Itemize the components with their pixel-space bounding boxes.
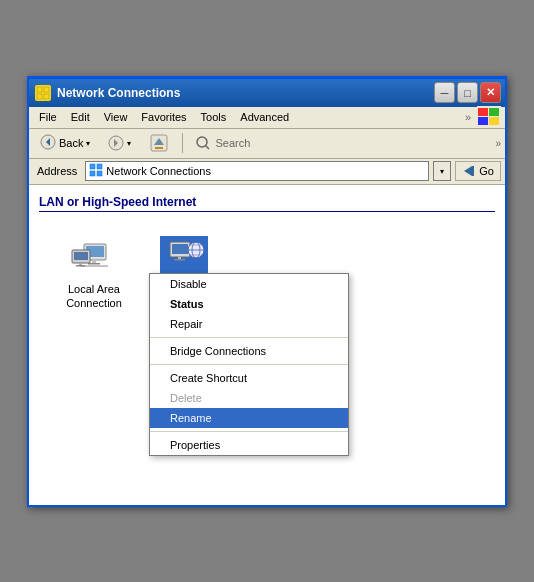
local-area-connection-img [70, 236, 118, 278]
menu-favorites[interactable]: Favorites [135, 109, 192, 125]
toolbar: Back ▾ ▾ Search » [29, 129, 505, 159]
back-label: Back [59, 137, 83, 149]
svg-rect-22 [472, 166, 474, 176]
svg-rect-17 [90, 164, 95, 169]
menu-view[interactable]: View [98, 109, 134, 125]
ctx-status[interactable]: Status [150, 294, 348, 314]
svg-rect-35 [174, 259, 185, 261]
menu-file[interactable]: File [33, 109, 63, 125]
window-title: Network Connections [57, 86, 180, 100]
svg-rect-1 [44, 87, 49, 92]
svg-rect-19 [90, 171, 95, 176]
toolbar-overflow[interactable]: » [495, 138, 501, 149]
go-button[interactable]: Go [455, 161, 501, 181]
title-bar-left: Network Connections [35, 85, 180, 101]
menu-bar: File Edit View Favorites Tools Advanced … [29, 107, 505, 129]
up-button[interactable] [142, 131, 176, 155]
svg-rect-4 [478, 108, 488, 116]
window-icon [35, 85, 51, 101]
title-buttons: ─ □ ✕ [434, 82, 501, 103]
ctx-bridge[interactable]: Bridge Connections [150, 341, 348, 361]
svg-line-16 [206, 146, 209, 149]
forward-button[interactable]: ▾ [101, 131, 138, 155]
ctx-shortcut[interactable]: Create Shortcut [150, 368, 348, 388]
address-bar: Address Network Connections ▾ Go [29, 159, 505, 185]
ctx-sep-3 [150, 431, 348, 432]
menu-tools[interactable]: Tools [195, 109, 233, 125]
local-area-connection-label: Local AreaConnection [66, 282, 122, 311]
section-header: LAN or High-Speed Internet [39, 195, 495, 212]
svg-rect-5 [489, 108, 499, 116]
back-dropdown-icon: ▾ [86, 139, 90, 148]
svg-rect-6 [478, 117, 488, 125]
svg-rect-31 [76, 265, 85, 267]
back-arrow-icon [40, 134, 56, 152]
minimize-button[interactable]: ─ [434, 82, 455, 103]
ctx-sep-1 [150, 337, 348, 338]
svg-rect-33 [172, 244, 188, 254]
ctx-disable[interactable]: Disable [150, 274, 348, 294]
address-dropdown[interactable]: ▾ [433, 161, 451, 181]
title-bar: Network Connections ─ □ ✕ [29, 79, 505, 107]
windows-logo [477, 106, 501, 128]
svg-point-15 [197, 137, 207, 147]
back-button[interactable]: Back ▾ [33, 131, 97, 155]
ctx-delete: Delete [150, 388, 348, 408]
svg-rect-29 [74, 252, 88, 260]
svg-rect-30 [79, 263, 82, 265]
svg-rect-3 [44, 94, 49, 99]
toolbar-divider [182, 133, 183, 153]
svg-rect-25 [92, 260, 96, 263]
ctx-sep-2 [150, 364, 348, 365]
search-button[interactable]: Search [189, 133, 256, 153]
svg-rect-2 [37, 94, 42, 99]
address-icon [86, 163, 106, 179]
context-menu: Disable Status Repair Bridge Connections… [149, 273, 349, 456]
svg-marker-21 [464, 166, 472, 176]
ctx-repair[interactable]: Repair [150, 314, 348, 334]
address-value[interactable]: Network Connections [106, 165, 428, 177]
svg-rect-34 [178, 257, 181, 259]
svg-rect-7 [489, 117, 499, 125]
go-label: Go [479, 165, 494, 177]
local-area-connection-icon[interactable]: Local AreaConnection [59, 236, 129, 313]
internet-connection-img [160, 236, 208, 278]
main-window: Network Connections ─ □ ✕ File Edit View… [27, 76, 507, 507]
address-label: Address [33, 165, 81, 177]
forward-dropdown-icon: ▾ [127, 139, 131, 148]
svg-rect-20 [97, 171, 102, 176]
content-area: LAN or High-Speed Internet [29, 185, 505, 505]
menu-advanced[interactable]: Advanced [234, 109, 295, 125]
ctx-rename[interactable]: Rename [150, 408, 348, 428]
maximize-button[interactable]: □ [457, 82, 478, 103]
close-button[interactable]: ✕ [480, 82, 501, 103]
menu-overflow[interactable]: » [461, 109, 475, 125]
svg-rect-0 [37, 87, 42, 92]
svg-rect-18 [97, 164, 102, 169]
search-label: Search [215, 137, 250, 149]
menu-edit[interactable]: Edit [65, 109, 96, 125]
ctx-properties[interactable]: Properties [150, 435, 348, 455]
